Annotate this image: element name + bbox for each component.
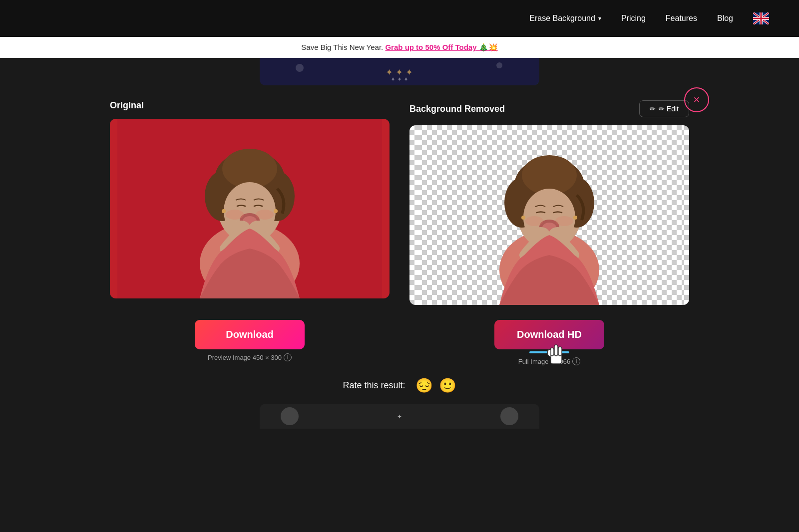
svg-point-36 [525, 216, 543, 226]
original-label: Original [110, 100, 144, 111]
svg-point-17 [256, 210, 274, 220]
info-icon-hd[interactable]: i [572, 357, 580, 365]
nav-features[interactable]: Features [666, 14, 697, 23]
nav-label: Pricing [621, 14, 646, 23]
svg-point-37 [555, 216, 573, 226]
rate-label: Rate this result: [343, 380, 405, 391]
download-hd-section: Download HD [409, 320, 689, 365]
nav-label: Blog [717, 14, 733, 23]
edit-button[interactable]: ✏ ✏ Edit [639, 100, 689, 117]
main-content: Original [0, 85, 799, 449]
svg-point-39 [573, 216, 577, 220]
bottom-banner-partial: ✦ [260, 404, 539, 429]
rating-row: Rate this result: 😔 🙂 [50, 377, 749, 394]
svg-text:✦ ✦ ✦: ✦ ✦ ✦ [386, 67, 413, 77]
header: Erase Background ▾ Pricing Features Blog [0, 0, 799, 37]
svg-point-16 [226, 210, 244, 220]
nav-pricing[interactable]: Pricing [621, 14, 646, 23]
removed-section: Background Removed ✏ ✏ Edit [409, 100, 689, 305]
removed-image [409, 125, 689, 305]
nav-label: Erase Background [529, 14, 595, 23]
removed-label: Background Removed [409, 104, 505, 114]
chevron-down-icon: ▾ [598, 15, 601, 22]
images-row: Original [50, 100, 749, 305]
svg-point-38 [521, 216, 525, 220]
download-hd-button[interactable]: Download HD [494, 320, 604, 349]
nav-label: Features [666, 14, 697, 23]
pencil-icon: ✏ [650, 105, 656, 113]
download-free-section: Download Preview Image 450 × 300 i [110, 320, 390, 361]
full-info-text: Full Image × 1066 [518, 358, 570, 365]
neutral-rating-button[interactable]: 🙂 [439, 377, 456, 394]
preview-info: Preview Image 450 × 300 i [208, 353, 292, 361]
info-icon[interactable]: i [284, 353, 292, 361]
close-button[interactable]: × [684, 87, 709, 112]
nav-bar: Erase Background ▾ Pricing Features Blog [529, 12, 769, 24]
nav-erase-background[interactable]: Erase Background ▾ [529, 14, 601, 23]
promo-text: Save Big This New Year. [301, 43, 385, 51]
rating-emojis: 😔 🙂 [415, 377, 456, 394]
nav-blog[interactable]: Blog [717, 14, 733, 23]
progress-bar [529, 351, 569, 353]
svg-point-48 [500, 407, 518, 425]
edit-label: ✏ Edit [659, 105, 679, 113]
svg-point-47 [281, 407, 299, 425]
language-selector[interactable] [753, 12, 769, 24]
close-icon: × [694, 93, 700, 106]
full-info: Full Image × 1066 i [518, 357, 580, 365]
download-button[interactable]: Download [195, 320, 305, 349]
svg-point-18 [222, 209, 226, 213]
original-image [110, 119, 390, 298]
sad-rating-button[interactable]: 😔 [415, 377, 433, 394]
top-banner-image: ✦ ✦ ✦ [260, 58, 539, 85]
svg-text:✦: ✦ [397, 413, 402, 420]
svg-point-19 [274, 209, 278, 213]
preview-info-text: Preview Image 450 × 300 [208, 354, 282, 361]
promo-banner: Save Big This New Year. Grab up to 50% O… [0, 37, 799, 58]
svg-point-3 [496, 62, 502, 68]
promo-link[interactable]: Grab up to 50% Off Today 🎄💥 [385, 43, 497, 51]
original-section: Original [110, 100, 390, 305]
buttons-row: Download Preview Image 450 × 300 i Downl… [50, 320, 749, 365]
svg-point-2 [296, 64, 304, 72]
